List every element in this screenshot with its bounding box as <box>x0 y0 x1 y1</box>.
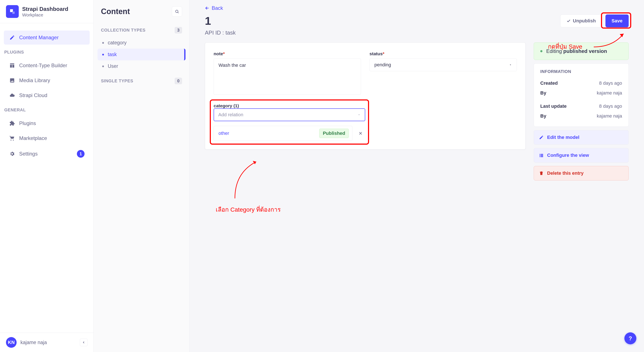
pencil-icon <box>539 135 544 140</box>
page-title: 1 <box>205 15 236 27</box>
collection-types-label: COLLECTION TYPES <box>101 28 146 33</box>
puzzle-icon <box>9 120 15 126</box>
gear-icon <box>9 151 15 157</box>
brand-title: Strapi Dashboard <box>22 6 68 12</box>
nav-strapi-cloud[interactable]: Strapi Cloud <box>4 88 90 102</box>
category-label: category (1) <box>214 103 239 108</box>
editing-status-box: Editing published version <box>534 43 629 60</box>
configure-view-button[interactable]: Configure the view <box>534 148 629 162</box>
info-updated-value: 8 days ago <box>599 103 622 109</box>
content-sidebar: Content COLLECTION TYPES 3 category task… <box>94 0 190 352</box>
svg-point-2 <box>176 10 178 13</box>
status-dot-icon <box>540 50 542 52</box>
delete-entry-button[interactable]: Delete this entry <box>534 166 629 181</box>
header-actions: Unpublish Save <box>560 15 629 27</box>
relation-chip-name: other <box>218 130 229 136</box>
info-created-by-label: By <box>540 90 546 96</box>
bullet-icon <box>102 42 104 44</box>
info-created-by-value: kajame naja <box>597 90 622 96</box>
check-icon <box>566 19 571 23</box>
edit-model-button[interactable]: Edit the model <box>534 130 629 145</box>
brand-subtitle: Workplace <box>22 12 68 18</box>
collapse-sidebar-button[interactable] <box>80 338 88 346</box>
nav-media-library[interactable]: Media Library <box>4 73 90 87</box>
delete-entry-label: Delete this entry <box>547 170 584 176</box>
caret-down-icon <box>509 63 512 66</box>
bullet-icon <box>102 54 104 56</box>
content-panel-title: Content <box>101 7 130 16</box>
save-button[interactable]: Save <box>606 15 629 27</box>
user-avatar[interactable]: KN <box>6 337 16 348</box>
search-button[interactable] <box>172 7 182 17</box>
main-content: Back 1 API ID : task Unpublish Save <box>190 0 644 352</box>
status-value: pending <box>374 62 391 68</box>
unpublish-button[interactable]: Unpublish <box>560 15 602 27</box>
chevron-left-icon <box>82 341 86 344</box>
note-input[interactable] <box>214 58 361 95</box>
status-select[interactable]: pending <box>370 58 517 71</box>
info-updated-by-label: By <box>540 113 546 119</box>
layout-list-icon <box>539 153 544 158</box>
main-sidebar: Strapi Dashboard Workplace Content Manag… <box>0 0 94 352</box>
nav-marketplace[interactable]: Marketplace <box>4 131 90 145</box>
collection-item-task[interactable]: task <box>98 49 186 60</box>
configure-view-label: Configure the view <box>547 152 589 158</box>
pencil-square-icon <box>9 34 15 41</box>
cloud-icon <box>9 92 15 99</box>
note-label: note* <box>214 51 361 56</box>
relation-chip[interactable]: other Published <box>214 126 352 141</box>
status-text: Editing published version <box>546 48 607 54</box>
cart-icon <box>9 135 15 141</box>
collection-item-category[interactable]: category <box>98 37 186 49</box>
information-title: INFORMATION <box>540 69 622 74</box>
collection-count-badge: 3 <box>175 27 182 34</box>
nav-section-general: GENERAL <box>0 105 94 115</box>
collection-item-label: User <box>108 63 118 69</box>
svg-rect-1 <box>12 12 15 14</box>
information-card: INFORMATION Created8 days ago Bykajame n… <box>534 63 629 127</box>
nav-section-plugins: PLUGINS <box>0 48 94 57</box>
relation-status-badge: Published <box>319 129 349 138</box>
nav-item-label: Marketplace <box>19 135 47 141</box>
unpublish-label: Unpublish <box>573 18 596 24</box>
status-label: status* <box>370 51 517 56</box>
nav-plugins[interactable]: Plugins <box>4 116 90 130</box>
edit-model-label: Edit the model <box>547 135 580 140</box>
info-updated-by-value: kajame naja <box>597 113 622 119</box>
nav-item-label: Plugins <box>19 120 36 126</box>
nav-content-manager[interactable]: Content Manager <box>4 31 90 45</box>
category-relation-select[interactable]: Add relation <box>214 108 365 121</box>
api-id-label: API ID : task <box>205 30 236 36</box>
remove-relation-button[interactable] <box>356 129 365 138</box>
user-name: kajame naja <box>20 340 47 345</box>
save-label: Save <box>612 18 622 24</box>
brand-logo <box>6 5 19 18</box>
nav-item-label: Content Manager <box>19 35 58 41</box>
nav-content-type-builder[interactable]: Content-Type Builder <box>4 58 90 73</box>
collection-item-label: category <box>108 40 126 46</box>
arrow-left-icon <box>205 6 210 11</box>
info-created-label: Created <box>540 80 558 86</box>
single-types-label: SINGLE TYPES <box>101 79 133 83</box>
info-created-value: 8 days ago <box>599 80 622 86</box>
single-count-badge: 0 <box>175 78 182 84</box>
collection-item-label: task <box>108 52 117 57</box>
layout-icon <box>9 62 15 69</box>
nav-item-label: Strapi Cloud <box>19 92 47 98</box>
search-icon <box>175 9 179 14</box>
caret-down-icon <box>358 113 360 116</box>
nav-item-label: Content-Type Builder <box>19 63 67 69</box>
annotation-category-arrow <box>233 160 267 203</box>
brand-block: Strapi Dashboard Workplace <box>0 0 94 23</box>
info-updated-label: Last update <box>540 103 566 109</box>
bullet-icon <box>102 66 104 67</box>
close-icon <box>358 131 363 136</box>
relation-placeholder: Add relation <box>218 112 243 118</box>
settings-badge: 1 <box>77 150 84 158</box>
sidebar-footer: KN kajame naja <box>0 332 94 352</box>
trash-icon <box>539 171 544 175</box>
collection-item-user[interactable]: User <box>98 60 186 72</box>
nav-settings[interactable]: Settings 1 <box>4 146 90 161</box>
back-link[interactable]: Back <box>205 5 629 11</box>
help-fab[interactable]: ? <box>624 332 636 344</box>
